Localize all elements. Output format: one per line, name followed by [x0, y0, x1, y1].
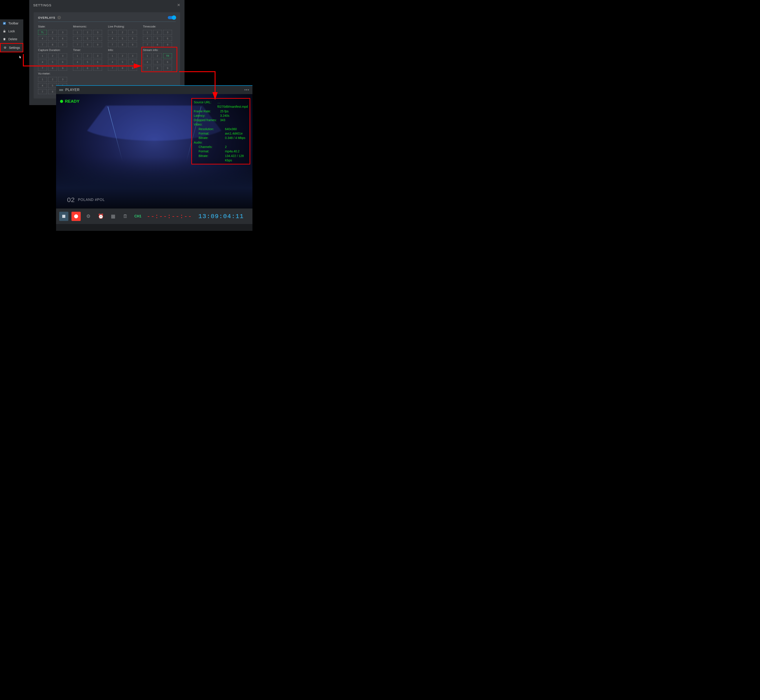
overlay-position-cell[interactable]: 6 [93, 36, 102, 41]
context-item-lock[interactable]: Lock [0, 27, 23, 35]
overlay-position-cell[interactable]: 2 [118, 53, 127, 58]
overlay-group: Live Probing:123456789 [108, 25, 141, 47]
overlay-position-cell[interactable]: 7 [143, 66, 152, 70]
settings-button[interactable]: ⚙ [84, 212, 93, 221]
overlay-position-cell[interactable]: 4 [143, 59, 152, 64]
close-icon[interactable]: ✕ [177, 3, 181, 8]
overlay-position-cell[interactable]: 7 [38, 42, 47, 47]
overlay-position-cell[interactable]: 8 [83, 42, 92, 47]
record-button[interactable] [72, 212, 81, 221]
overlay-position-cell[interactable]: 5 [83, 59, 92, 64]
overlay-position-cell[interactable]: 7 [143, 42, 152, 47]
help-icon[interactable]: ? [57, 16, 61, 19]
overlay-position-cell[interactable]: 5 [153, 59, 162, 64]
overlay-position-cell[interactable]: 8 [48, 89, 57, 94]
overlay-position-cell[interactable]: 7 [38, 66, 47, 70]
overlay-position-cell[interactable]: TR [163, 53, 172, 58]
overlay-position-cell[interactable]: 2 [153, 53, 162, 58]
drag-handle-icon[interactable] [59, 89, 63, 91]
overlay-position-cell[interactable]: 3 [58, 53, 67, 58]
more-icon[interactable]: ••• [244, 88, 249, 92]
overlay-position-cell[interactable]: 9 [58, 42, 67, 47]
overlay-position-cell[interactable]: 5 [48, 83, 57, 88]
overlay-position-cell[interactable]: 3 [93, 30, 102, 35]
overlay-position-cell[interactable]: 4 [108, 36, 117, 41]
overlay-position-cell[interactable]: 8 [83, 66, 92, 70]
context-item-toolbar[interactable]: Toolbar [0, 19, 23, 27]
overlay-position-cell[interactable]: 9 [128, 42, 137, 47]
overlay-position-cell[interactable]: 1 [38, 53, 47, 58]
overlay-position-cell[interactable]: TL [38, 30, 47, 35]
overlay-position-cell[interactable]: 7 [108, 42, 117, 47]
overlay-position-cell[interactable]: 8 [153, 42, 162, 47]
grid-button[interactable]: ▦ [108, 212, 118, 221]
overlay-position-cell[interactable]: 4 [73, 36, 82, 41]
overlay-group-label: Info: [108, 48, 141, 52]
overlay-position-cell[interactable]: 4 [38, 59, 47, 64]
stop-button[interactable] [59, 212, 69, 221]
overlay-position-cell[interactable]: 3 [93, 53, 102, 58]
overlay-position-cell[interactable]: 8 [118, 42, 127, 47]
overlay-position-cell[interactable]: 5 [48, 59, 57, 64]
overlay-position-cell[interactable]: 4 [108, 59, 117, 64]
overlay-position-cell[interactable]: 9 [93, 42, 102, 47]
overlay-position-cell[interactable]: 6 [128, 36, 137, 41]
overlay-position-cell[interactable]: 2 [48, 30, 57, 35]
overlay-position-cell[interactable]: 8 [48, 42, 57, 47]
overlay-position-cell[interactable]: 1 [73, 53, 82, 58]
overlay-position-cell[interactable]: 1 [38, 77, 47, 82]
overlay-position-cell[interactable]: 3 [128, 30, 137, 35]
alarm-button[interactable]: ⏰ [96, 212, 105, 221]
overlay-position-cell[interactable]: 9 [163, 42, 172, 47]
overlay-position-cell[interactable]: 4 [38, 83, 47, 88]
overlay-position-cell[interactable]: 9 [93, 66, 102, 70]
overlay-position-cell[interactable]: 6 [58, 36, 67, 41]
overlay-position-cell[interactable]: 2 [118, 30, 127, 35]
overlay-position-cell[interactable]: 9 [163, 66, 172, 70]
overlay-position-cell[interactable]: 2 [83, 30, 92, 35]
overlay-position-cell[interactable]: 9 [58, 66, 67, 70]
overlay-position-cell[interactable]: 1 [108, 30, 117, 35]
overlay-position-cell[interactable]: 3 [128, 53, 137, 58]
calendar-button[interactable]: 🗓 [121, 212, 130, 221]
overlay-position-cell[interactable]: 7 [108, 66, 117, 70]
stream-info-value: 25 fps [220, 109, 248, 113]
overlay-position-cell[interactable]: 4 [73, 59, 82, 64]
overlay-position-cell[interactable]: 6 [93, 59, 102, 64]
overlay-position-cell[interactable]: 5 [83, 36, 92, 41]
context-item-settings[interactable]: Settings [0, 43, 23, 52]
overlay-position-cell[interactable]: 1 [143, 30, 152, 35]
overlay-position-cell[interactable]: 5 [153, 36, 162, 41]
overlay-position-cell[interactable]: 3 [58, 77, 67, 82]
overlay-position-cell[interactable]: 7 [73, 42, 82, 47]
overlay-position-cell[interactable]: 7 [38, 89, 47, 94]
overlay-position-cell[interactable]: 8 [118, 66, 127, 70]
overlay-position-cell[interactable]: 3 [163, 30, 172, 35]
overlay-position-cell[interactable]: 4 [143, 36, 152, 41]
overlay-position-cell[interactable]: 6 [58, 59, 67, 64]
overlay-position-cell[interactable]: 6 [128, 59, 137, 64]
overlay-group-label: Capture Duration: [38, 48, 71, 52]
overlay-position-cell[interactable]: 4 [38, 36, 47, 41]
overlay-position-cell[interactable]: 6 [163, 59, 172, 64]
overlay-position-cell[interactable]: 9 [128, 66, 137, 70]
stream-info-section: Audio: [194, 140, 248, 145]
overlay-position-cell[interactable]: 8 [153, 66, 162, 70]
overlay-position-cell[interactable]: 5 [118, 59, 127, 64]
stream-info-row: Format:avc1.4d401e [194, 131, 248, 136]
overlay-position-cell[interactable]: 8 [48, 66, 57, 70]
overlay-position-cell[interactable]: 2 [153, 30, 162, 35]
overlay-position-cell[interactable]: 3 [58, 30, 67, 35]
overlay-position-cell[interactable]: 6 [163, 36, 172, 41]
overlay-position-cell[interactable]: 5 [118, 36, 127, 41]
overlay-position-cell[interactable]: 1 [143, 53, 152, 58]
overlay-position-cell[interactable]: 1 [73, 30, 82, 35]
overlay-position-cell[interactable]: 7 [73, 66, 82, 70]
overlay-position-cell[interactable]: 2 [48, 53, 57, 58]
context-item-delete[interactable]: Delete [0, 35, 23, 43]
overlay-position-cell[interactable]: 5 [48, 36, 57, 41]
overlay-position-cell[interactable]: 2 [83, 53, 92, 58]
overlay-position-cell[interactable]: 2 [48, 77, 57, 82]
overlays-toggle[interactable] [168, 16, 176, 19]
overlay-position-cell[interactable]: 1 [108, 53, 117, 58]
